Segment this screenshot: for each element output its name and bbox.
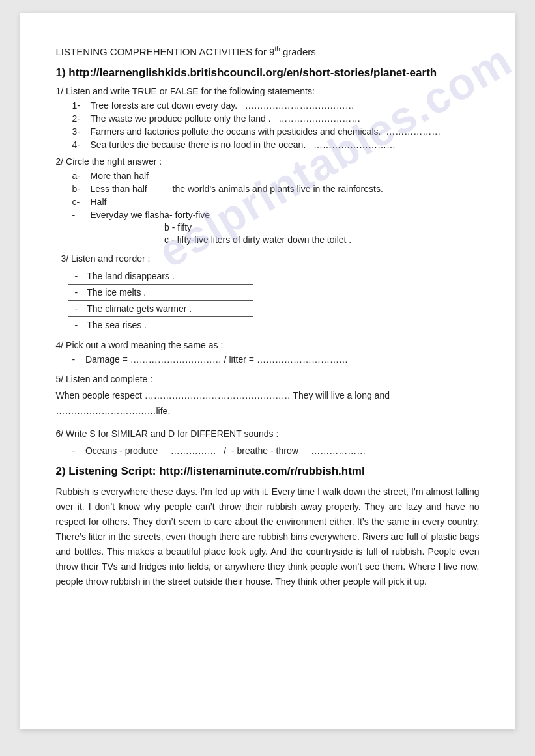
answer-cell [201,268,253,285]
oceans-text: Oceans - produce …………… / - breathe - thr… [85,445,366,456]
part4-instruction: 4/ Pick out a word meaning the same as : [56,340,480,350]
answer-opt-b: b - fifty [164,222,351,232]
option-text: Half [91,197,480,207]
item-text: Tree forests are cut down every day. ………… [91,100,354,111]
table-row: - The ice melts . [68,285,253,301]
answer-cell [201,301,253,317]
part1-instruction: 1/ Listen and write TRUE or FALSE for th… [56,86,480,96]
dash-cell: - [68,301,80,317]
header-title-suffix: graders [280,46,316,57]
underline-th: th [255,445,263,456]
list-item: 2- The waste we produce pollute only the… [72,113,480,124]
dash-prefix: - [72,445,76,456]
dash-cell: - [68,317,80,333]
header-title: LISTENING COMPREHENTION ACTIVITIES for 9… [56,46,480,57]
dash-prefix: - [72,354,76,365]
list-item: 1- Tree forests are cut down every day. … [72,100,480,111]
page: eslprintables.com LISTENING COMPREHENTIO… [20,13,515,729]
item-text: Farmers and factories pollute the oceans… [91,126,441,137]
part2-instruction: 2/ Circle the right answer : [56,156,480,167]
text-cell: The ice melts . [80,285,201,301]
section2-paragraph: Rubbish is everywhere these days. I’m fe… [56,484,480,590]
item-text: The waste we produce pollute only the la… [91,113,361,124]
table-row: - The sea rises . [68,317,253,333]
section1-title: 1) http://learnenglishkids.britishcounci… [56,66,480,79]
answer-options: a- forty-five b - fifty c - fifty-five l… [164,210,351,247]
answer-cell [201,285,253,301]
text-cell: The land disappears . [80,268,201,285]
option-row-a: a- More than half [72,171,480,181]
table-row: - The climate gets warmer . [68,301,253,317]
header-title-sup: th [274,46,280,53]
option-text: Less than half the world's animals and p… [91,184,480,194]
part4-text: Damage = ………………………… / litter = ………………………… [85,354,348,365]
answer-opt-c: c - fifty-five liters of dirty water dow… [164,234,351,245]
option-label: b- [72,184,91,194]
reorder-table: - The land disappears . - The ice melts … [68,268,254,333]
section2-title: 2) Listening Script: http://listenaminut… [56,465,480,478]
part1-list: 1- Tree forests are cut down every day. … [72,100,480,150]
list-item: 4- Sea turtles die because there is no f… [72,139,480,150]
everyday-dash: - [72,210,91,220]
option-row-b: b- Less than half the world's animals an… [72,184,480,194]
item-num: 3- [72,126,91,137]
item-text: Sea turtles die because there is no food… [91,139,396,150]
option-text: More than half [91,171,480,181]
part5-text: When people respect ………………………………………… The… [56,388,480,419]
list-item: 3- Farmers and factories pollute the oce… [72,126,480,137]
item-num: 1- [72,100,91,111]
item-num: 2- [72,113,91,124]
item-num: 4- [72,139,91,150]
part3-wrapper: 3/ Listen and reorder : - The land disap… [61,253,480,333]
dash-cell: - [68,268,80,285]
part5-instruction: 5/ Listen and complete : [56,374,480,384]
part6-answer-row: - Oceans - produce …………… / - breathe - t… [72,445,480,456]
underline-c: c [148,445,152,456]
part4-answer: - Damage = ………………………… / litter = …………………… [72,354,480,365]
answer-cell [201,317,253,333]
dash-cell: - [68,285,80,301]
underline-th2: th [276,445,284,456]
answer-opt-a: a- forty-five [164,210,351,220]
part6-instruction: 6/ Write S for SIMILAR and D for DIFFERE… [56,428,480,439]
table-row: - The land disappears . [68,268,253,285]
option-label: a- [72,171,91,181]
option-row-c: c- Half [72,197,480,207]
header-title-prefix: LISTENING COMPREHENTION ACTIVITIES for 9 [56,46,275,57]
text-cell: The sea rises . [80,317,201,333]
option-label: c- [72,197,91,207]
everyday-text: Everyday we flash [91,210,165,220]
part3-instruction: 3/ Listen and reorder : [61,253,480,264]
circle-options: a- More than half b- Less than half the … [72,171,480,247]
text-cell: The climate gets warmer . [80,301,201,317]
everyday-row: - Everyday we flash a- forty-five b - fi… [72,210,480,247]
